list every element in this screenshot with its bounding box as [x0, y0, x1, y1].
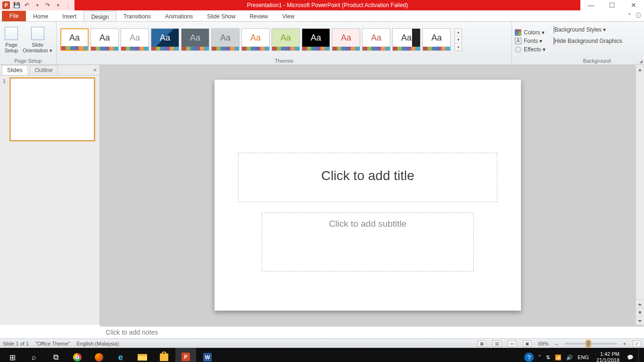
task-view-button[interactable]: ⧉ [45, 348, 66, 362]
status-slide: Slide 1 of 1 [3, 341, 29, 346]
theme-thumb-9[interactable]: Aa [332, 28, 360, 51]
taskbar: ⊞ ⌕ ⧉ e P W ? ˄ ⇅ 📶 🔊 ENG 1:42 PM 21/1/2… [0, 348, 644, 362]
theme-thumb-6[interactable]: Aa [241, 28, 270, 51]
theme-thumb-7[interactable]: Aa [272, 28, 300, 51]
status-language[interactable]: English (Malaysia) [76, 341, 119, 346]
minimize-ribbon-icon[interactable]: ^ [628, 12, 631, 20]
theme-thumb-2[interactable]: Aa [121, 28, 149, 51]
theme-thumb-10[interactable]: Aa [362, 28, 390, 51]
tab-transitions[interactable]: Transitions [116, 11, 158, 21]
effects-button[interactable]: Effects ▾ [515, 46, 545, 53]
taskbar-app-explorer[interactable] [132, 348, 153, 362]
themes-more-button[interactable]: ▴▾▾ [454, 28, 462, 51]
search-button[interactable]: ⌕ [24, 348, 44, 362]
close-button[interactable]: ✕ [623, 0, 644, 10]
theme-thumb-0[interactable]: Aa [60, 28, 89, 51]
taskbar-app-word[interactable]: W [197, 348, 218, 362]
page-setup-button[interactable]: Page Setup [4, 26, 19, 53]
zoom-in-button[interactable]: + [623, 341, 626, 346]
outline-tab[interactable]: Outline [30, 65, 58, 75]
zoom-out-button[interactable]: – [555, 341, 558, 346]
taskbar-app-edge[interactable]: e [110, 348, 131, 362]
taskbar-app-store[interactable] [154, 348, 174, 362]
tray-help-icon[interactable]: ? [524, 353, 534, 362]
slide[interactable]: Click to add title Click to add subtitle [215, 80, 521, 311]
taskbar-app-chrome[interactable] [67, 348, 88, 362]
view-reading-button[interactable]: ▭ [508, 340, 516, 347]
theme-thumb-8[interactable]: Aa [302, 28, 330, 51]
tab-design[interactable]: Design [83, 11, 116, 21]
slides-panel-tabs: Slides Outline × [0, 65, 99, 75]
view-sorter-button[interactable]: ▤ [493, 340, 501, 347]
ribbon-tabs: File Home Insert Design Transitions Anim… [0, 10, 644, 22]
themes-gallery[interactable]: AaAaAaAaAaAaAaAaAaAaAaAaAa [60, 28, 451, 51]
slide-number: 1 [3, 78, 8, 84]
theme-thumb-4[interactable]: Aa [181, 28, 209, 51]
tray-language[interactable]: ENG [578, 354, 589, 360]
slide-thumbnail-row[interactable]: 1 [3, 78, 97, 140]
hide-background-checkbox[interactable]: Hide Background Graphics [553, 38, 622, 44]
theme-thumb-12[interactable]: Aa [422, 28, 451, 51]
maximize-button[interactable]: ☐ [602, 0, 623, 10]
minimize-button[interactable]: — [580, 0, 602, 10]
start-button[interactable]: ⊞ [2, 348, 23, 362]
view-slideshow-button[interactable]: ▣ [523, 340, 531, 347]
slide-canvas-area[interactable]: Click to add title Click to add subtitle [100, 65, 636, 325]
theme-thumb-3[interactable]: Aa [151, 28, 179, 51]
background-dialog-launcher[interactable]: ◢ [639, 58, 643, 65]
tab-view[interactable]: View [275, 11, 302, 21]
theme-thumb-11[interactable]: Aa [392, 28, 421, 51]
help-icon[interactable]: ⓘ [636, 12, 641, 20]
tab-review[interactable]: Review [242, 11, 275, 21]
tab-insert[interactable]: Insert [55, 11, 83, 21]
vertical-scrollbar[interactable]: ▲ ⏶ ▼ ⏷ [636, 65, 644, 325]
zoom-level[interactable]: 69% [538, 341, 548, 346]
window-controls: — ☐ ✕ [580, 0, 644, 10]
undo-icon[interactable]: ↶ [23, 1, 31, 9]
app-logo: P [2, 1, 10, 9]
redo-icon[interactable]: ↷ [43, 1, 52, 9]
save-icon[interactable]: 💾 [12, 1, 21, 9]
tray-volume-icon[interactable]: 🔊 [566, 354, 573, 361]
status-bar: Slide 1 of 1 "Office Theme" English (Mal… [0, 338, 644, 348]
colors-button[interactable]: Colors ▾ [515, 29, 545, 36]
tray-overflow-icon[interactable]: ˄ [538, 354, 541, 361]
fonts-button[interactable]: AFonts ▾ [515, 38, 545, 44]
slides-tab[interactable]: Slides [2, 65, 28, 75]
theme-thumb-5[interactable]: Aa [211, 28, 239, 51]
file-tab[interactable]: File [2, 11, 26, 21]
quick-access-toolbar: P 💾 ↶ ▾ ↷ ▾ │ [0, 0, 74, 10]
show-desktop-button[interactable] [638, 348, 641, 362]
undo-more-icon[interactable]: ▾ [33, 1, 41, 9]
taskbar-app-powerpoint[interactable]: P [175, 348, 196, 362]
title-bar: P 💾 ↶ ▾ ↷ ▾ │ Presentation1 - Microsoft … [0, 0, 644, 10]
zoom-slider[interactable] [565, 343, 617, 345]
tray-clock[interactable]: 1:42 PM 21/1/2018 [594, 351, 622, 362]
fit-to-window-button[interactable]: ⤢ [633, 340, 641, 347]
scroll-up-icon[interactable]: ▲ [636, 65, 644, 74]
prev-slide-button[interactable]: ⏶ [636, 299, 644, 308]
notes-pane[interactable]: Click to add notes [100, 325, 644, 338]
tab-home[interactable]: Home [26, 11, 55, 21]
title-placeholder[interactable]: Click to add title [238, 153, 497, 202]
taskbar-app-firefox[interactable] [89, 348, 109, 362]
subtitle-placeholder[interactable]: Click to add subtitle [262, 213, 474, 272]
tray-network-icon[interactable]: ⇅ [546, 354, 550, 361]
group-themes: AaAaAaAaAaAaAaAaAaAaAaAaAa ▴▾▾ Themes [57, 22, 512, 65]
window-title: Presentation1 - Microsoft PowerPoint (Pr… [74, 0, 580, 10]
slide-thumbnail[interactable] [10, 78, 94, 140]
tray-wifi-icon[interactable]: 📶 [555, 354, 561, 361]
slide-orientation-button[interactable]: Slide Orientation ▾ [23, 26, 52, 53]
tab-animations[interactable]: Animations [158, 11, 200, 21]
qat-customize-icon[interactable]: ▾ [54, 1, 62, 9]
scroll-down-icon[interactable]: ▼ [636, 308, 644, 316]
tray-notifications-icon[interactable]: 💬 [627, 354, 634, 361]
background-styles-button[interactable]: Background Styles ▾ [553, 26, 606, 33]
group-page-setup: Page Setup Slide Orientation ▾ Page Setu… [0, 22, 57, 65]
close-panel-icon[interactable]: × [93, 66, 97, 74]
next-slide-button[interactable]: ⏷ [636, 316, 644, 325]
view-normal-button[interactable]: ▦ [478, 340, 486, 347]
tab-slideshow[interactable]: Slide Show [200, 11, 242, 21]
theme-thumb-1[interactable]: Aa [91, 28, 119, 51]
status-theme: "Office Theme" [35, 341, 70, 346]
